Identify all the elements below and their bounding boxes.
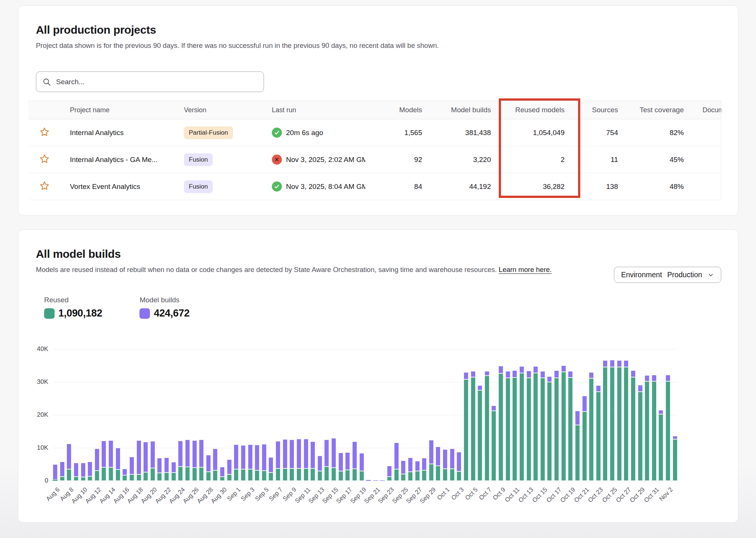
stacked-bar[interactable] bbox=[122, 469, 127, 481]
stacked-bar[interactable] bbox=[457, 452, 461, 481]
stacked-bar[interactable] bbox=[289, 440, 294, 481]
stacked-bar[interactable] bbox=[129, 457, 134, 481]
stacked-bar[interactable] bbox=[540, 371, 545, 481]
favorite-star-icon[interactable] bbox=[28, 126, 60, 139]
stacked-bar[interactable] bbox=[220, 467, 225, 481]
stacked-bar[interactable] bbox=[213, 449, 218, 481]
project-name-link[interactable]: Vortex Event Analytics bbox=[70, 183, 140, 190]
stacked-bar[interactable] bbox=[241, 445, 246, 481]
stacked-bar[interactable] bbox=[268, 457, 273, 481]
stacked-bar[interactable] bbox=[652, 375, 657, 481]
stacked-bar[interactable] bbox=[422, 458, 427, 481]
stacked-bar[interactable] bbox=[262, 444, 267, 481]
stacked-bar[interactable] bbox=[575, 411, 580, 481]
stacked-bar[interactable] bbox=[450, 449, 455, 481]
stacked-bar[interactable] bbox=[101, 441, 106, 481]
stacked-bar[interactable] bbox=[143, 442, 148, 481]
column-model-builds[interactable]: Model builds bbox=[428, 106, 497, 114]
stacked-bar[interactable] bbox=[380, 480, 385, 481]
stacked-bar[interactable] bbox=[498, 366, 503, 481]
stacked-bar[interactable] bbox=[352, 441, 357, 481]
search-input[interactable] bbox=[56, 78, 258, 86]
column-version[interactable]: Version bbox=[174, 106, 262, 114]
project-name-link[interactable]: Internal Analytics - GA Me... bbox=[70, 156, 157, 163]
stacked-bar[interactable] bbox=[338, 453, 343, 481]
stacked-bar[interactable] bbox=[192, 440, 197, 481]
stacked-bar[interactable] bbox=[526, 371, 531, 481]
stacked-bar[interactable] bbox=[366, 480, 371, 481]
stacked-bar[interactable] bbox=[436, 447, 440, 481]
stacked-bar[interactable] bbox=[60, 462, 65, 481]
stacked-bar[interactable] bbox=[67, 444, 71, 481]
stacked-bar[interactable] bbox=[638, 385, 643, 481]
favorite-star-icon[interactable] bbox=[28, 153, 60, 166]
stacked-bar[interactable] bbox=[359, 453, 364, 481]
stacked-bar[interactable] bbox=[631, 370, 636, 481]
stacked-bar[interactable] bbox=[164, 458, 169, 481]
stacked-bar[interactable] bbox=[108, 440, 113, 481]
stacked-bar[interactable] bbox=[596, 385, 601, 481]
stacked-bar[interactable] bbox=[666, 375, 670, 481]
column-sources[interactable]: Sources bbox=[570, 106, 624, 114]
stacked-bar[interactable] bbox=[658, 410, 663, 481]
stacked-bar[interactable] bbox=[617, 360, 622, 481]
favorite-star-icon[interactable] bbox=[28, 180, 60, 193]
stacked-bar[interactable] bbox=[491, 406, 496, 481]
stacked-bar[interactable] bbox=[673, 436, 677, 481]
stacked-bar[interactable] bbox=[464, 372, 468, 481]
project-search[interactable] bbox=[36, 71, 264, 92]
stacked-bar[interactable] bbox=[95, 449, 99, 481]
stacked-bar[interactable] bbox=[276, 441, 280, 481]
stacked-bar[interactable] bbox=[505, 371, 510, 481]
stacked-bar[interactable] bbox=[610, 360, 615, 481]
stacked-bar[interactable] bbox=[296, 439, 301, 481]
environment-select[interactable]: Environment Production bbox=[614, 267, 721, 283]
stacked-bar[interactable] bbox=[533, 366, 538, 481]
stacked-bar[interactable] bbox=[512, 370, 517, 481]
stacked-bar[interactable] bbox=[485, 371, 489, 481]
stacked-bar[interactable] bbox=[81, 463, 86, 481]
column-documentation[interactable]: Docum bbox=[693, 106, 721, 114]
stacked-bar[interactable] bbox=[373, 480, 378, 481]
stacked-bar[interactable] bbox=[87, 462, 92, 481]
stacked-bar[interactable] bbox=[519, 366, 524, 481]
column-models[interactable]: Models bbox=[374, 106, 428, 114]
stacked-bar[interactable] bbox=[150, 441, 155, 481]
stacked-bar[interactable] bbox=[429, 440, 434, 481]
stacked-bar[interactable] bbox=[116, 448, 120, 481]
stacked-bar[interactable] bbox=[561, 366, 566, 481]
stacked-bar[interactable] bbox=[136, 440, 141, 481]
stacked-bar[interactable] bbox=[206, 455, 211, 481]
column-reused-models[interactable]: Reused models bbox=[497, 106, 570, 114]
stacked-bar[interactable] bbox=[227, 459, 232, 481]
stacked-bar[interactable] bbox=[304, 439, 308, 481]
stacked-bar[interactable] bbox=[178, 441, 183, 481]
stacked-bar[interactable] bbox=[317, 456, 322, 481]
stacked-bar[interactable] bbox=[248, 444, 253, 481]
stacked-bar[interactable] bbox=[547, 376, 552, 481]
stacked-bar[interactable] bbox=[283, 439, 288, 481]
stacked-bar[interactable] bbox=[171, 462, 176, 481]
stacked-bar[interactable] bbox=[471, 371, 476, 481]
stacked-bar[interactable] bbox=[53, 464, 58, 481]
stacked-bar[interactable] bbox=[345, 452, 350, 481]
stacked-bar[interactable] bbox=[415, 461, 420, 481]
stacked-bar[interactable] bbox=[477, 385, 482, 481]
stacked-bar[interactable] bbox=[645, 375, 649, 481]
stacked-bar[interactable] bbox=[394, 443, 399, 481]
stacked-bar[interactable] bbox=[331, 438, 336, 481]
stacked-bar[interactable] bbox=[401, 461, 406, 481]
stacked-bar[interactable] bbox=[589, 372, 594, 481]
stacked-bar[interactable] bbox=[185, 440, 190, 481]
stacked-bar[interactable] bbox=[255, 445, 259, 481]
stacked-bar[interactable] bbox=[157, 458, 162, 481]
column-last-run[interactable]: Last run bbox=[262, 106, 374, 114]
stacked-bar[interactable] bbox=[568, 371, 573, 481]
column-test-coverage[interactable]: Test coverage bbox=[624, 106, 693, 114]
stacked-bar[interactable] bbox=[199, 440, 204, 481]
stacked-bar[interactable] bbox=[324, 440, 329, 481]
stacked-bar[interactable] bbox=[554, 370, 559, 481]
stacked-bar[interactable] bbox=[582, 396, 587, 481]
stacked-bar[interactable] bbox=[387, 466, 392, 481]
stacked-bar[interactable] bbox=[74, 463, 79, 481]
